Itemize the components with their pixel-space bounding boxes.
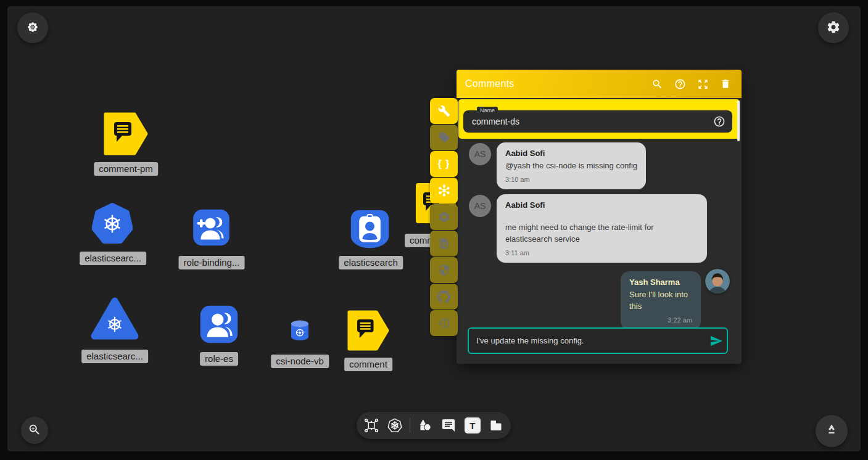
message-text: Sure I'll look into this	[629, 289, 692, 313]
design-graph-icon	[363, 417, 379, 433]
comments-panel: Comments Name	[457, 70, 742, 364]
node-label: csi-node-vb	[271, 355, 329, 368]
kubernetes-icon	[387, 417, 403, 433]
avatar: AS	[469, 143, 491, 165]
hub-icon	[437, 184, 451, 197]
node-label: elasticsearc...	[81, 350, 148, 363]
chat-message: Aabid Sofi @yash the csi-node is missing…	[497, 142, 646, 189]
trash-icon	[720, 78, 731, 89]
gear-icon	[438, 211, 450, 223]
pen-nib-icon	[824, 422, 840, 440]
node-label: role-es	[200, 352, 238, 366]
kubernetes-button[interactable]	[386, 416, 404, 435]
node-comment[interactable]	[347, 310, 389, 354]
message-author: Aabid Sofi	[505, 200, 698, 210]
node-action-toolbar: { }	[430, 98, 458, 336]
settings-fab[interactable]	[818, 12, 849, 43]
toolbar-braces-button[interactable]: { }	[430, 151, 458, 177]
message-text: me might need to change the rate-limit f…	[505, 222, 698, 245]
search-icon	[651, 78, 663, 90]
search-button[interactable]	[650, 76, 664, 91]
field-help-icon[interactable]	[711, 113, 727, 129]
help-icon	[674, 78, 686, 90]
toolbar-divider	[410, 418, 410, 433]
shapes-icon	[417, 417, 433, 433]
avatar: AS	[469, 195, 491, 217]
service-account-badge-icon	[359, 214, 381, 242]
chat-message-own: Yash Sharma Sure I'll look into this 3:2…	[621, 271, 701, 330]
node-role-binding[interactable]	[191, 208, 231, 250]
message-time: 3:10 am	[505, 176, 637, 183]
node-label: elasticsearc...	[80, 252, 146, 265]
toolbar-shield-button[interactable]	[430, 257, 458, 283]
expand-icon	[697, 78, 709, 90]
comments-panel-header[interactable]: Comments	[457, 70, 742, 98]
toolbar-gear-button[interactable]	[430, 204, 458, 230]
toolbar-doc-search-button[interactable]	[430, 231, 458, 257]
node-elasticsearch-sa[interactable]	[349, 208, 391, 252]
delete-button[interactable]	[718, 76, 733, 91]
shapes-button[interactable]	[416, 416, 434, 435]
node-elasticsearch-triangle[interactable]	[90, 297, 139, 343]
toolbar-history-button[interactable]	[430, 310, 458, 336]
storage-wheel-icon	[297, 329, 304, 336]
message-author: Aabid Sofi	[505, 149, 637, 158]
message-time: 3:22 am	[629, 316, 692, 324]
chat-input[interactable]	[469, 336, 706, 345]
send-button[interactable]	[706, 331, 727, 351]
comment-tool-button[interactable]	[439, 416, 458, 435]
zoom-in-fab[interactable]	[21, 417, 48, 444]
app-root: comment-pm elasticsearc... role-binding.…	[0, 0, 868, 460]
note-tool-button[interactable]	[487, 416, 505, 435]
send-icon	[709, 334, 723, 348]
braces-icon: { }	[438, 158, 450, 170]
comment-icon	[441, 418, 456, 433]
pen-fab[interactable]	[816, 415, 848, 447]
note-icon	[489, 418, 503, 433]
node-label: comment-pm	[94, 162, 158, 176]
node-comment-pm[interactable]	[104, 112, 148, 158]
message-time: 3:11 am	[505, 249, 698, 257]
pattern-flower-button[interactable]	[17, 12, 48, 43]
message-text: @yash the csi-node is missing config	[505, 160, 637, 172]
node-label: elasticsearch	[339, 256, 403, 269]
expand-button[interactable]	[695, 76, 710, 91]
node-elasticsearch-k8s[interactable]	[92, 203, 133, 247]
panel-title: Comments	[465, 78, 515, 89]
toolbar-tag-button[interactable]	[430, 125, 458, 150]
text-tool-button[interactable]: T	[463, 416, 482, 435]
chat-message: Aabid Sofi me might need to change the r…	[497, 194, 707, 263]
flower-icon	[25, 20, 40, 36]
chat-input-container	[468, 327, 728, 354]
wrench-icon	[438, 105, 450, 117]
node-role-es[interactable]	[199, 304, 239, 347]
toolbar-wrench-button[interactable]	[430, 98, 458, 124]
name-input[interactable]	[463, 117, 711, 126]
name-field[interactable]: Name	[463, 110, 732, 133]
github-icon	[437, 290, 450, 303]
panel-scrollbar[interactable]	[737, 101, 740, 141]
find-in-page-icon	[438, 237, 450, 250]
design-graph-button[interactable]	[362, 416, 381, 435]
history-icon	[438, 317, 450, 329]
node-label: comment	[344, 358, 392, 371]
node-label: role-binding...	[179, 256, 245, 269]
text-icon: T	[465, 417, 481, 433]
toolbar-github-button[interactable]	[430, 284, 458, 310]
tag-icon	[438, 131, 450, 144]
gear-icon	[826, 20, 841, 36]
toolbar-hub-button[interactable]	[430, 178, 458, 203]
message-author: Yash Sharma	[629, 277, 692, 287]
zoom-in-icon	[28, 423, 41, 438]
node-csi-node-vb[interactable]	[289, 319, 310, 344]
name-field-label: Name	[477, 107, 498, 115]
shield-icon	[438, 264, 450, 276]
name-field-section: Name	[458, 99, 740, 139]
canvas-tools-toolbar: T	[357, 412, 511, 439]
help-button[interactable]	[672, 76, 687, 91]
avatar-photo	[705, 269, 730, 294]
